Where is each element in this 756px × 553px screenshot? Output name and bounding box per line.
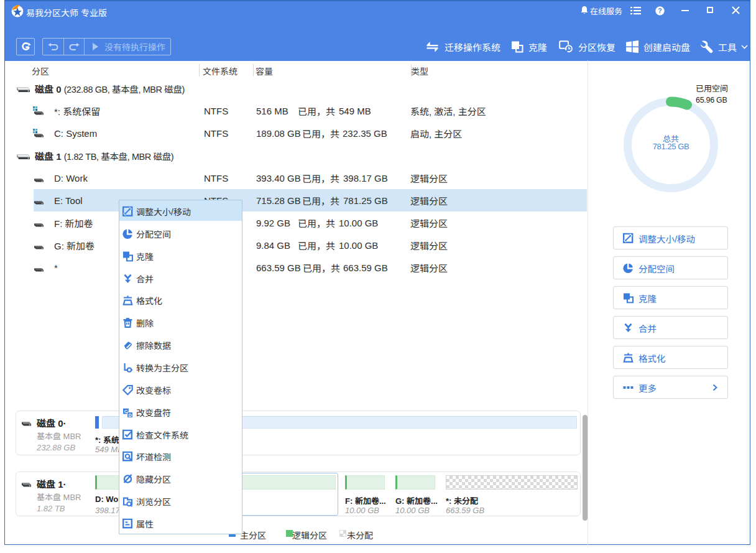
svg-text:?: ? — [658, 7, 662, 14]
svg-text:D: D — [128, 412, 132, 417]
